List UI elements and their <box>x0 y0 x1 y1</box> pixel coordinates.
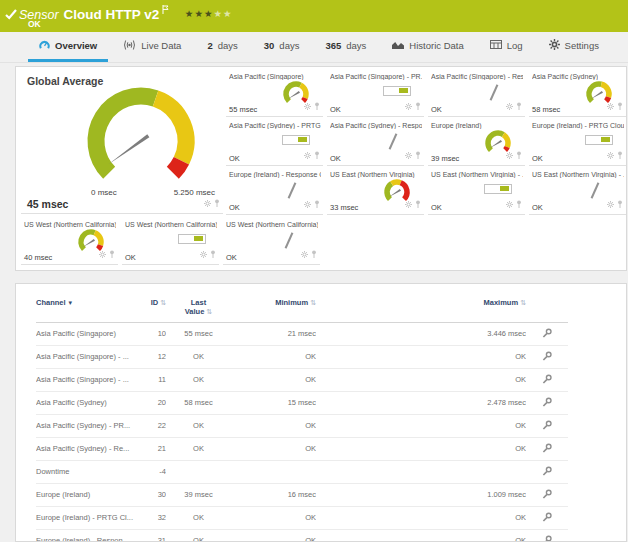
channel-bar-indicator <box>383 86 411 96</box>
gear-icon[interactable] <box>506 145 513 163</box>
channel-tile[interactable]: Europe (Ireland) - Response C...OK <box>226 169 323 215</box>
edit-channel-icon[interactable] <box>542 538 552 542</box>
channel-tile[interactable]: Asia Pacific (Sydney) - PRTG ...OK <box>226 120 323 166</box>
gear-icon[interactable] <box>304 145 311 163</box>
channel-tile[interactable]: Europe (Ireland)39 msec <box>428 120 525 166</box>
edit-channel-icon[interactable] <box>542 469 552 478</box>
channel-tile[interactable]: US West (Northern California)...OK <box>223 219 320 265</box>
edit-channel-button[interactable] <box>526 506 568 529</box>
tab-overview[interactable]: Overview <box>28 32 108 62</box>
pin-icon[interactable] <box>516 145 522 163</box>
edit-channel-icon[interactable] <box>542 377 552 386</box>
channel-tile[interactable]: Europe (Ireland) - PRTG Cloud...OK <box>529 120 626 166</box>
edit-channel-button[interactable] <box>526 414 568 437</box>
channel-tile[interactable]: US West (Northern California)...OK <box>122 219 219 265</box>
tab-settings[interactable]: Settings <box>538 32 610 62</box>
pin-icon[interactable] <box>109 244 115 262</box>
pin-icon[interactable] <box>415 96 421 114</box>
edit-channel-button[interactable] <box>526 483 568 506</box>
edit-channel-button[interactable] <box>526 437 568 460</box>
area-chart-icon <box>392 40 404 52</box>
tile-value: OK <box>431 105 442 114</box>
channel-tile[interactable]: US West (Northern California)40 msec <box>21 219 118 265</box>
bar-fill <box>500 186 509 191</box>
gear-icon[interactable] <box>607 194 614 212</box>
tab-2-days[interactable]: 2days <box>196 32 248 62</box>
gear-icon[interactable] <box>405 194 412 212</box>
channel-tile[interactable]: US East (Northern Virginia)33 msec <box>327 169 424 215</box>
edit-channel-button[interactable] <box>526 460 568 483</box>
last-cell: OK <box>166 506 231 529</box>
gear-icon[interactable] <box>405 96 412 114</box>
id-cell: 20 <box>136 391 166 414</box>
column-header-minimum[interactable]: Minimum⇅ <box>231 296 316 322</box>
gear-icon[interactable] <box>607 96 614 114</box>
pin-icon[interactable] <box>311 244 317 262</box>
edit-channel-button[interactable] <box>526 345 568 368</box>
pin-icon[interactable] <box>415 194 421 212</box>
tab-live-data[interactable]: Live Data <box>112 32 192 62</box>
min-cell: 21 msec <box>231 322 316 345</box>
pin-icon[interactable] <box>314 96 320 114</box>
edit-channel-icon[interactable] <box>542 354 552 363</box>
edit-channel-button[interactable] <box>526 322 568 345</box>
flag-icon[interactable] <box>162 3 169 17</box>
min-cell: 15 msec <box>231 391 316 414</box>
channel-tile[interactable]: Asia Pacific (Sydney)58 msec <box>529 71 626 117</box>
gear-icon[interactable] <box>506 96 513 114</box>
tab-30-days[interactable]: 30days <box>253 32 311 62</box>
channel-tile[interactable]: Asia Pacific (Sydney) - Respo...OK <box>327 120 424 166</box>
global-average-tile[interactable]: Global Average 0 msec 5.250 msec 45 msec <box>21 71 223 214</box>
edit-channel-icon[interactable] <box>542 515 552 524</box>
channel-cell: Asia Pacific (Singapore) - ... <box>36 345 136 368</box>
tile-title: Asia Pacific (Singapore) - PR... <box>330 73 422 80</box>
priority-stars[interactable]: ★★★★★ <box>185 8 233 19</box>
column-header-maximum[interactable]: Maximum⇅ <box>316 296 526 322</box>
min-cell: OK <box>231 414 316 437</box>
column-header-channel[interactable]: Channel▾ <box>36 296 136 322</box>
pin-icon[interactable] <box>617 145 623 163</box>
gear-icon[interactable] <box>301 244 308 262</box>
pin-icon[interactable] <box>214 193 220 211</box>
channel-tile[interactable]: Asia Pacific (Singapore) - PR...OK <box>327 71 424 117</box>
gear-icon[interactable] <box>304 194 311 212</box>
gear-icon[interactable] <box>405 145 412 163</box>
gear-icon[interactable] <box>304 96 311 114</box>
edit-channel-icon[interactable] <box>542 492 552 501</box>
column-header-id[interactable]: ID⇅ <box>136 296 166 322</box>
tab-historic-data[interactable]: Historic Data <box>381 32 474 62</box>
sort-icon: ⇅ <box>160 299 166 307</box>
edit-channel-button[interactable] <box>526 391 568 414</box>
edit-channel-icon[interactable] <box>542 331 552 340</box>
page-title: Cloud HTTP v2 <box>64 7 160 22</box>
pin-icon[interactable] <box>617 194 623 212</box>
gear-icon[interactable] <box>200 244 207 262</box>
table-row: Downtime-4 <box>36 460 568 483</box>
edit-channel-button[interactable] <box>526 368 568 391</box>
edit-channel-icon[interactable] <box>542 446 552 455</box>
channel-tile[interactable]: Asia Pacific (Singapore) - Res...OK <box>428 71 525 117</box>
pin-icon[interactable] <box>314 145 320 163</box>
pin-icon[interactable] <box>210 244 216 262</box>
edit-channel-icon[interactable] <box>542 423 552 432</box>
pin-icon[interactable] <box>617 96 623 114</box>
pin-icon[interactable] <box>415 145 421 163</box>
pin-icon[interactable] <box>516 194 522 212</box>
tile-actions <box>99 244 115 262</box>
edit-channel-icon[interactable] <box>542 400 552 409</box>
tile-value: OK <box>125 253 136 262</box>
pin-icon[interactable] <box>516 96 522 114</box>
gear-icon[interactable] <box>204 193 211 211</box>
tab-log[interactable]: Log <box>479 32 534 62</box>
gear-icon[interactable] <box>99 244 106 262</box>
channel-tile[interactable]: US East (Northern Virginia) - ...OK <box>428 169 525 215</box>
column-header-last-value[interactable]: LastValue⇅ <box>166 296 231 322</box>
gear-icon[interactable] <box>506 194 513 212</box>
gear-icon[interactable] <box>607 145 614 163</box>
pin-icon[interactable] <box>314 194 320 212</box>
tab-365-days[interactable]: 365days <box>314 32 377 62</box>
max-cell: OK <box>316 414 526 437</box>
channel-tile[interactable]: Asia Pacific (Singapore)55 msec <box>226 71 323 117</box>
edit-channel-button[interactable] <box>526 529 568 542</box>
channel-tile[interactable]: US East (Northern Virginia) - ...OK <box>529 169 626 215</box>
